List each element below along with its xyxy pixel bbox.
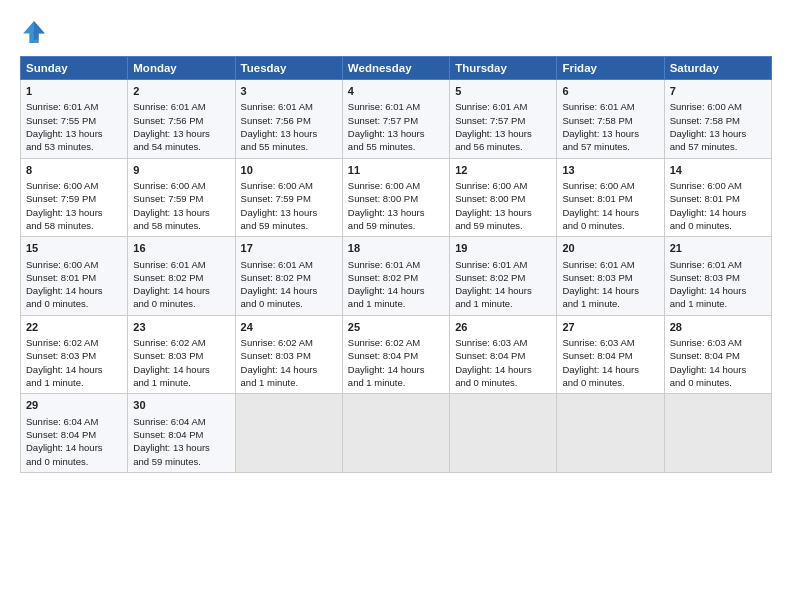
day-info-line: and 0 minutes. — [241, 297, 337, 310]
calendar-row-1: 8Sunrise: 6:00 AMSunset: 7:59 PMDaylight… — [21, 158, 772, 237]
calendar-cell — [664, 394, 771, 473]
day-info-line: Sunset: 8:01 PM — [562, 192, 658, 205]
column-header-tuesday: Tuesday — [235, 57, 342, 80]
calendar-cell — [557, 394, 664, 473]
day-info-line: Daylight: 14 hours — [26, 441, 122, 454]
calendar-cell: 8Sunrise: 6:00 AMSunset: 7:59 PMDaylight… — [21, 158, 128, 237]
calendar-cell: 21Sunrise: 6:01 AMSunset: 8:03 PMDayligh… — [664, 237, 771, 316]
day-number: 11 — [348, 163, 444, 178]
day-number: 16 — [133, 241, 229, 256]
day-info-line: and 1 minute. — [562, 297, 658, 310]
day-number: 20 — [562, 241, 658, 256]
day-info-line: and 0 minutes. — [26, 297, 122, 310]
day-info-line: Sunset: 7:57 PM — [348, 114, 444, 127]
day-info-line: Sunrise: 6:04 AM — [26, 415, 122, 428]
calendar-cell: 28Sunrise: 6:03 AMSunset: 8:04 PMDayligh… — [664, 315, 771, 394]
day-info-line: and 1 minute. — [348, 297, 444, 310]
calendar-row-0: 1Sunrise: 6:01 AMSunset: 7:55 PMDaylight… — [21, 80, 772, 159]
day-info-line: and 58 minutes. — [133, 219, 229, 232]
day-info-line: Sunset: 8:03 PM — [133, 349, 229, 362]
day-number: 22 — [26, 320, 122, 335]
day-number: 10 — [241, 163, 337, 178]
day-info-line: Daylight: 14 hours — [562, 363, 658, 376]
day-info-line: and 56 minutes. — [455, 140, 551, 153]
logo — [20, 18, 52, 46]
day-number: 7 — [670, 84, 766, 99]
day-info-line: Daylight: 14 hours — [348, 363, 444, 376]
day-info-line: Daylight: 13 hours — [26, 206, 122, 219]
day-info-line: Daylight: 13 hours — [133, 441, 229, 454]
day-info-line: Daylight: 14 hours — [670, 206, 766, 219]
day-number: 15 — [26, 241, 122, 256]
day-info-line: Sunrise: 6:01 AM — [562, 100, 658, 113]
day-info-line: Sunset: 8:02 PM — [241, 271, 337, 284]
day-number: 23 — [133, 320, 229, 335]
day-number: 18 — [348, 241, 444, 256]
column-header-saturday: Saturday — [664, 57, 771, 80]
day-info-line: Sunrise: 6:01 AM — [348, 258, 444, 271]
day-info-line: and 0 minutes. — [562, 219, 658, 232]
column-header-thursday: Thursday — [450, 57, 557, 80]
column-headers-row: SundayMondayTuesdayWednesdayThursdayFrid… — [21, 57, 772, 80]
calendar-cell: 6Sunrise: 6:01 AMSunset: 7:58 PMDaylight… — [557, 80, 664, 159]
day-info-line: Sunset: 8:04 PM — [26, 428, 122, 441]
day-info-line: Daylight: 13 hours — [133, 206, 229, 219]
calendar-table: SundayMondayTuesdayWednesdayThursdayFrid… — [20, 56, 772, 473]
day-info-line: Sunrise: 6:04 AM — [133, 415, 229, 428]
calendar-cell: 29Sunrise: 6:04 AMSunset: 8:04 PMDayligh… — [21, 394, 128, 473]
calendar-cell: 13Sunrise: 6:00 AMSunset: 8:01 PMDayligh… — [557, 158, 664, 237]
day-number: 13 — [562, 163, 658, 178]
calendar-row-3: 22Sunrise: 6:02 AMSunset: 8:03 PMDayligh… — [21, 315, 772, 394]
day-number: 19 — [455, 241, 551, 256]
day-number: 8 — [26, 163, 122, 178]
day-info-line: Sunset: 8:01 PM — [26, 271, 122, 284]
day-info-line: Daylight: 13 hours — [241, 127, 337, 140]
day-info-line: Daylight: 13 hours — [670, 127, 766, 140]
day-info-line: Sunrise: 6:01 AM — [562, 258, 658, 271]
day-info-line: Sunset: 8:03 PM — [670, 271, 766, 284]
day-number: 9 — [133, 163, 229, 178]
day-number: 30 — [133, 398, 229, 413]
day-info-line: Sunset: 8:04 PM — [455, 349, 551, 362]
day-info-line: Daylight: 13 hours — [455, 127, 551, 140]
day-info-line: Sunrise: 6:00 AM — [133, 179, 229, 192]
calendar-cell: 16Sunrise: 6:01 AMSunset: 8:02 PMDayligh… — [128, 237, 235, 316]
day-info-line: Sunset: 8:02 PM — [455, 271, 551, 284]
day-info-line: Sunset: 7:58 PM — [670, 114, 766, 127]
calendar-cell: 10Sunrise: 6:00 AMSunset: 7:59 PMDayligh… — [235, 158, 342, 237]
day-info-line: and 58 minutes. — [26, 219, 122, 232]
day-number: 4 — [348, 84, 444, 99]
day-info-line: Sunrise: 6:01 AM — [26, 100, 122, 113]
day-info-line: Sunset: 7:59 PM — [133, 192, 229, 205]
day-info-line: and 0 minutes. — [670, 219, 766, 232]
calendar-body: 1Sunrise: 6:01 AMSunset: 7:55 PMDaylight… — [21, 80, 772, 473]
day-info-line: Sunset: 8:02 PM — [133, 271, 229, 284]
day-info-line: Sunset: 8:03 PM — [241, 349, 337, 362]
day-info-line: Daylight: 14 hours — [562, 284, 658, 297]
day-info-line: Sunset: 8:01 PM — [670, 192, 766, 205]
day-info-line: Sunset: 8:04 PM — [133, 428, 229, 441]
day-number: 14 — [670, 163, 766, 178]
day-info-line: and 1 minute. — [348, 376, 444, 389]
calendar-cell: 11Sunrise: 6:00 AMSunset: 8:00 PMDayligh… — [342, 158, 449, 237]
page: SundayMondayTuesdayWednesdayThursdayFrid… — [0, 0, 792, 612]
day-number: 2 — [133, 84, 229, 99]
column-header-wednesday: Wednesday — [342, 57, 449, 80]
day-info-line: and 0 minutes. — [26, 455, 122, 468]
day-info-line: Sunrise: 6:01 AM — [455, 258, 551, 271]
calendar-cell: 1Sunrise: 6:01 AMSunset: 7:55 PMDaylight… — [21, 80, 128, 159]
column-header-friday: Friday — [557, 57, 664, 80]
day-info-line: and 59 minutes. — [133, 455, 229, 468]
day-info-line: Sunrise: 6:00 AM — [455, 179, 551, 192]
day-info-line: Sunset: 7:56 PM — [133, 114, 229, 127]
day-info-line: and 55 minutes. — [241, 140, 337, 153]
day-info-line: Daylight: 14 hours — [133, 363, 229, 376]
day-info-line: and 59 minutes. — [348, 219, 444, 232]
calendar-cell: 17Sunrise: 6:01 AMSunset: 8:02 PMDayligh… — [235, 237, 342, 316]
day-info-line: Daylight: 14 hours — [670, 284, 766, 297]
calendar-cell: 23Sunrise: 6:02 AMSunset: 8:03 PMDayligh… — [128, 315, 235, 394]
day-info-line: Sunset: 8:00 PM — [455, 192, 551, 205]
day-number: 26 — [455, 320, 551, 335]
calendar-cell: 4Sunrise: 6:01 AMSunset: 7:57 PMDaylight… — [342, 80, 449, 159]
day-info-line: Sunset: 8:03 PM — [562, 271, 658, 284]
